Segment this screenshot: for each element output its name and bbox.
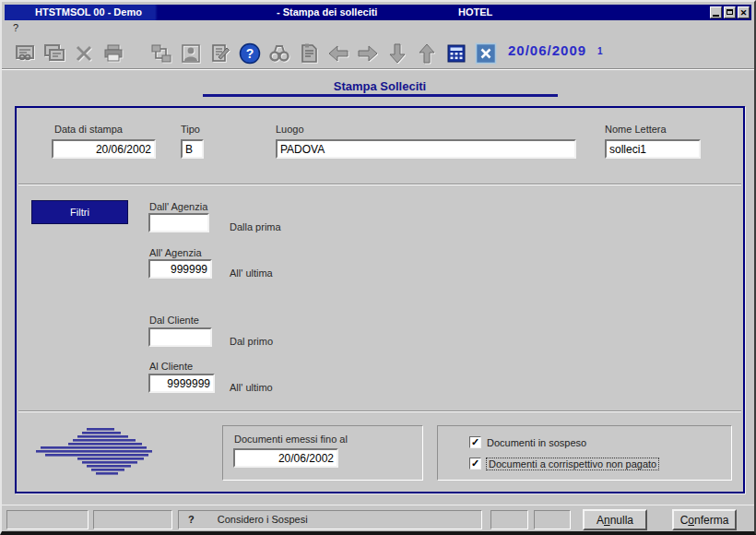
help-icon: ? (239, 42, 261, 65)
notes-icon (298, 42, 320, 65)
dall-agenzia-label: Dall' Agenzia (149, 201, 207, 212)
down-button[interactable] (385, 42, 409, 65)
minimize-button[interactable] (710, 6, 722, 18)
dal-cliente-input[interactable] (148, 327, 212, 347)
conferma-label: Conferma (680, 514, 729, 527)
checkbox-checked-icon: ✓ (469, 458, 481, 470)
exit-icon (475, 42, 497, 65)
annulla-button[interactable]: Annulla (583, 509, 647, 530)
checkbox-corrispettivo-non-pagato[interactable]: ✓ Documenti a corrispettivo non pagato (469, 458, 658, 470)
related-records-icon (150, 42, 172, 65)
status-message-panel: ? Considero i Sospesi (178, 510, 482, 529)
filtri-section-button[interactable]: Filtri (31, 200, 128, 224)
all-agenzia-hint: All' ultima (230, 268, 273, 279)
calculator-icon (445, 42, 467, 65)
title-bar: HTSTMSOL 00 - Demo - Stampa dei sollecit… (5, 5, 751, 20)
conferma-button[interactable]: Conferma (672, 509, 737, 530)
notes-button[interactable] (297, 42, 321, 65)
record-counter: 1 (597, 46, 603, 56)
exit-button[interactable] (474, 42, 498, 65)
status-panel-4 (490, 510, 528, 529)
print-button[interactable] (101, 42, 125, 65)
menu-help[interactable]: ? (9, 22, 22, 33)
arrow-up-icon (416, 42, 438, 65)
maximize-icon (726, 9, 733, 15)
toolbar: ? 20/06/2009 1 (2, 36, 754, 70)
calculator-button[interactable] (444, 42, 468, 65)
nome-lettera-input[interactable] (605, 139, 701, 159)
dall-agenzia-hint: Dalla prima (230, 221, 281, 232)
up-button[interactable] (415, 42, 439, 65)
checkbox-label: Documenti a corrispettivo non pagato (487, 458, 658, 470)
edit-document-icon (209, 42, 231, 65)
status-message: Considero i Sospesi (218, 514, 308, 525)
main-panel: Data di stampa Tipo Luogo Nome Lettera F… (15, 106, 745, 493)
dall-agenzia-input[interactable] (148, 213, 209, 232)
window-subtitle: - Stampa dei solleciti (277, 6, 377, 18)
documenti-fino-al-input[interactable] (233, 448, 338, 468)
filtri-label: Filtri (70, 207, 89, 218)
data-stampa-input[interactable] (52, 139, 156, 159)
data-stampa-label: Data di stampa (54, 124, 123, 135)
status-help-mark: ? (188, 514, 195, 525)
checkbox-checked-icon: ✓ (469, 436, 481, 448)
dal-cliente-label: Dal Cliente (149, 315, 199, 326)
close-button[interactable]: ✕ (738, 6, 750, 18)
checkbox-documenti-sospeso[interactable]: ✓ Documenti in sospeso (469, 436, 586, 448)
user-icon (180, 42, 202, 65)
title-underline (203, 94, 558, 97)
tipo-input[interactable] (181, 139, 204, 159)
related-records-button[interactable] (149, 42, 173, 65)
status-bar: ? Considero i Sospesi Annulla Conferma (2, 505, 756, 533)
annulla-label: Annulla (597, 514, 633, 527)
delete-icon (73, 42, 95, 65)
menu-bar: ? (2, 20, 754, 36)
open-record-button[interactable] (13, 42, 37, 65)
logo-arrow-icon (36, 428, 156, 478)
checkbox-label: Documenti in sospeso (487, 437, 586, 448)
all-agenzia-input[interactable] (148, 259, 212, 279)
help-button[interactable]: ? (238, 42, 262, 65)
documenti-groupbox: Documenti emessi fino al (222, 425, 423, 481)
tipo-label: Tipo (181, 124, 200, 135)
section-divider-bottom (18, 410, 741, 412)
section-divider-top (18, 184, 741, 185)
edit-document-button[interactable] (208, 42, 232, 65)
maximize-button[interactable] (724, 6, 736, 18)
close-icon: ✕ (740, 9, 748, 18)
page-title: Stampa Solleciti (2, 79, 756, 93)
system-date: 20/06/2009 (508, 42, 586, 58)
copy-record-icon (43, 42, 65, 65)
copy-record-button[interactable] (42, 42, 66, 65)
svg-text:?: ? (246, 46, 254, 61)
window-module: HOTEL (458, 6, 492, 18)
al-cliente-input[interactable] (148, 374, 215, 393)
arrow-left-icon (327, 42, 349, 65)
delete-button[interactable] (72, 42, 96, 65)
user-button[interactable] (179, 42, 203, 65)
al-cliente-hint: All' ultimo (230, 382, 273, 393)
application-window: HTSTMSOL 00 - Demo - Stampa dei sollecit… (0, 0, 756, 535)
checkbox-groupbox: ✓ Documenti in sospeso ✓ Documenti a cor… (437, 425, 732, 481)
documenti-group-label: Documenti emessi fino al (234, 434, 348, 445)
luogo-input[interactable] (276, 139, 576, 159)
print-icon (102, 42, 124, 65)
minimize-icon (713, 15, 719, 17)
nome-lettera-label: Nome Lettera (605, 124, 667, 135)
all-agenzia-label: All' Agenzia (149, 247, 202, 258)
search-icon (268, 42, 290, 65)
status-panel-5 (534, 510, 571, 529)
luogo-label: Luogo (276, 124, 304, 135)
window-title: HTSTMSOL 00 - Demo (35, 6, 142, 18)
status-panel-1 (6, 510, 89, 529)
prev-button[interactable] (326, 42, 350, 65)
search-button[interactable] (267, 42, 291, 65)
status-panel-2 (93, 510, 172, 529)
arrow-down-icon (386, 42, 408, 65)
open-record-icon (14, 42, 36, 65)
next-button[interactable] (356, 42, 380, 65)
arrow-right-icon (357, 42, 379, 65)
dal-cliente-hint: Dal primo (230, 336, 273, 347)
al-cliente-label: Al Cliente (149, 361, 193, 372)
